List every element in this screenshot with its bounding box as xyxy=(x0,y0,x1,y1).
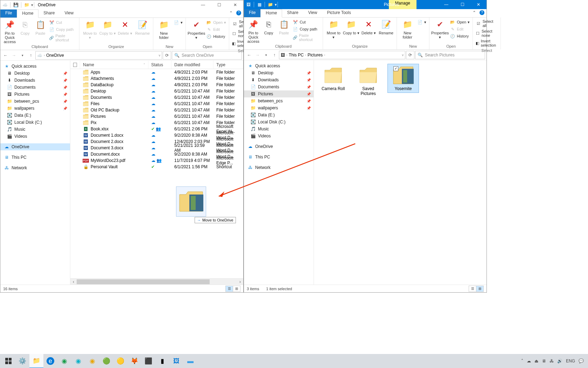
select-all-button[interactable]: ☑Select all xyxy=(475,19,498,28)
close-button[interactable]: ✕ xyxy=(227,0,243,9)
tab-view[interactable]: View xyxy=(303,9,322,17)
minimize-button[interactable]: — xyxy=(438,0,454,9)
app-taskbar[interactable]: ▬ xyxy=(183,354,197,368)
sidebar-item[interactable]: 🎵Music xyxy=(244,125,314,132)
up-button[interactable]: ↑ xyxy=(27,52,35,59)
select-none-button[interactable]: ☐Select none xyxy=(475,29,498,38)
sidebar-item[interactable]: 🎵Music xyxy=(0,126,70,133)
usb-tray-icon[interactable]: ⏏ xyxy=(534,359,538,363)
sidebar-item[interactable]: 📁between_pcs📌 xyxy=(0,98,70,105)
edit-button[interactable]: ✎Edit xyxy=(205,26,227,33)
sidebar-item[interactable]: 📁between_pcs📌 xyxy=(244,97,314,104)
large-icons-view-button[interactable]: ⊞ xyxy=(233,286,240,292)
address-bar[interactable]: ☁️ › OneDrive v xyxy=(35,51,162,60)
properties-icon[interactable]: ▦ xyxy=(256,1,262,8)
display-tray-icon[interactable]: 🖥 xyxy=(542,359,546,363)
file-row[interactable]: Documents☁6/1/2021 10:47 AMFile folder xyxy=(70,94,243,101)
sidebar-item[interactable]: 🖥Desktop📌 xyxy=(0,70,70,77)
system-tray[interactable]: ˄ ☁ ⏏ 🖥 🖧 🔊 ENG 💬 xyxy=(521,359,587,363)
sidebar-network[interactable]: 🖧Network xyxy=(0,164,70,171)
sidebar-item[interactable]: 💽Local Disk (C:) xyxy=(0,119,70,126)
rename-button[interactable]: 📝Rename xyxy=(134,19,151,35)
paste-button[interactable]: 📋Paste xyxy=(33,19,48,35)
forward-button[interactable]: → xyxy=(10,52,18,59)
sidebar-quick-access[interactable]: ★Quick access xyxy=(244,62,314,69)
cut-button[interactable]: ✂️Cut xyxy=(48,19,77,26)
sidebar-item[interactable]: 🖼Pictures📌 xyxy=(244,90,314,97)
delete-button[interactable]: ✕Delete ▾ xyxy=(117,19,133,35)
network-tray-icon[interactable]: 🖧 xyxy=(550,359,554,363)
properties-button[interactable]: ✔Properties ▾ xyxy=(432,18,448,39)
collapse-ribbon-icon[interactable]: ⌃ xyxy=(472,10,476,15)
file-row[interactable]: DataBackup☁4/9/2021 2:03 PMFile folder xyxy=(70,82,243,88)
rename-button[interactable]: 📝Rename xyxy=(378,18,394,35)
close-button[interactable]: ✕ xyxy=(470,0,486,9)
file-row[interactable]: PDFMyWordDoc23.pdf☁ 👥11/7/2019 4:07 PMMi… xyxy=(70,157,243,164)
chrome-canary-taskbar[interactable]: 🟡 xyxy=(113,354,127,368)
onedrive-tray-icon[interactable]: ☁ xyxy=(527,359,531,363)
sidebar-item[interactable]: 🖼Pictures📌 xyxy=(0,91,70,98)
help-icon[interactable]: ? xyxy=(479,10,484,15)
sidebar-item[interactable]: 📄Documents📌 xyxy=(0,84,70,91)
settings-button[interactable]: ⚙️ xyxy=(15,354,29,368)
chevron-up-icon[interactable]: ˄ xyxy=(521,359,523,363)
help-icon[interactable]: ? xyxy=(236,11,241,15)
folder-item[interactable]: Camera Roll xyxy=(317,64,349,93)
file-row[interactable]: Files☁6/1/2021 10:47 AMFile folder xyxy=(70,101,243,107)
copy-to-button[interactable]: 📁Copy to ▾ xyxy=(99,19,116,35)
sidebar-item[interactable]: 💽Data (E:) xyxy=(244,111,314,118)
tab-home[interactable]: Home xyxy=(260,9,282,18)
folder-item[interactable]: ✓Yosemite xyxy=(387,64,419,93)
back-button[interactable]: ← xyxy=(245,51,253,59)
sidebar-item[interactable]: ⬇Downloads📌 xyxy=(244,76,314,83)
save-icon[interactable]: 💾 xyxy=(13,2,19,8)
sidebar-onedrive[interactable]: ☁OneDrive xyxy=(0,143,70,150)
copy-to-button[interactable]: 📁Copy to ▾ xyxy=(343,18,359,35)
file-row[interactable]: Pictures☁6/1/2021 10:47 AMFile folder xyxy=(70,113,243,120)
invert-selection-button[interactable]: ◧Invert selection xyxy=(475,39,498,48)
sidebar-item[interactable]: 💽Local Disk (C:) xyxy=(244,118,314,125)
new-folder-button[interactable]: 📁New folder xyxy=(399,18,416,39)
tab-share[interactable]: Share xyxy=(38,9,59,18)
edge-taskbar[interactable]: e xyxy=(43,354,57,368)
file-row[interactable]: Old PC Backup☁6/1/2021 10:47 AMFile fold… xyxy=(70,107,243,113)
tab-view[interactable]: View xyxy=(59,9,78,18)
copy-path-button[interactable]: 📄Copy path xyxy=(292,26,321,32)
large-icons-view-button[interactable]: ⊞ xyxy=(476,286,484,292)
edit-button[interactable]: ✎Edit xyxy=(449,26,470,32)
collapse-ribbon-icon[interactable]: ⌃ xyxy=(229,11,233,15)
pin-quick-access-button[interactable]: 📌Pin to Quick access xyxy=(246,18,261,43)
sidebar-this-pc[interactable]: 🖥This PC xyxy=(244,154,314,161)
history-button[interactable]: 🕘History xyxy=(205,33,227,40)
sidebar-item[interactable]: 🎬Videos xyxy=(0,133,70,140)
sidebar-onedrive[interactable]: ☁OneDrive xyxy=(244,143,314,150)
file-row[interactable]: Desktop☁6/1/2021 10:47 AMFile folder xyxy=(70,88,243,94)
up-button[interactable]: ↑ xyxy=(271,51,278,59)
sidebar-item[interactable]: 💽Data (E:) xyxy=(0,112,70,119)
history-button[interactable]: 🕘History xyxy=(449,33,470,39)
copy-button[interactable]: ⎘Copy xyxy=(18,19,33,35)
sidebar-this-pc[interactable]: 🖥This PC xyxy=(0,154,70,161)
breadcrumb-thispc[interactable]: This PC xyxy=(289,53,304,57)
new-item-button[interactable]: 📄▾ xyxy=(173,19,183,26)
sidebar-network[interactable]: 🖧Network xyxy=(244,164,314,171)
delete-button[interactable]: ✕Delete ▾ xyxy=(360,18,377,35)
refresh-button[interactable]: ⟳ xyxy=(163,51,171,60)
minimize-button[interactable]: — xyxy=(195,0,211,9)
language-tray[interactable]: ENG xyxy=(566,359,575,363)
sidebar-item[interactable]: 📁wallpapers📌 xyxy=(244,104,314,111)
edge-beta-taskbar[interactable]: ◉ xyxy=(71,354,85,368)
copy-button[interactable]: ⎘Copy xyxy=(261,18,276,35)
firefox-taskbar[interactable]: 🦊 xyxy=(127,354,141,368)
move-to-button[interactable]: 📁Move to ▾ xyxy=(325,18,342,39)
horizontal-scrollbar[interactable]: ‹› xyxy=(70,278,243,285)
tab-home[interactable]: Home xyxy=(17,9,38,18)
paste-shortcut-button[interactable]: 🔗Paste shortcut xyxy=(292,33,321,42)
sidebar-item[interactable]: ⬇Downloads📌 xyxy=(0,77,70,84)
sidebar-item[interactable]: 📁wallpapers📌 xyxy=(0,105,70,112)
cut-button[interactable]: ✂️Cut xyxy=(292,19,321,25)
cmd-taskbar[interactable]: ▮ xyxy=(155,354,169,368)
folder-item[interactable]: Saved Pictures xyxy=(352,64,384,98)
pin-quick-access-button[interactable]: 📌Pin to Quick access xyxy=(2,19,17,44)
tab-picture-tools[interactable]: Picture Tools xyxy=(322,9,356,17)
